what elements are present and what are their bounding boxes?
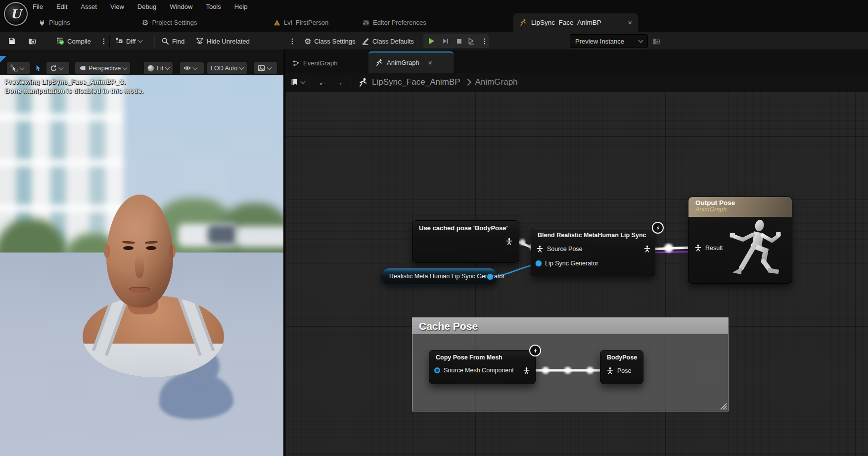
unreal-editor-window: U File Edit Asset View Debug Window Tool… — [0, 0, 868, 456]
compile-button[interactable]: Compile — [56, 32, 91, 50]
comment-resize-handle[interactable] — [720, 403, 727, 410]
tab-eventgraph-label: EventGraph — [303, 59, 337, 67]
pin-result[interactable]: Result — [694, 244, 723, 252]
menu-window[interactable]: Window — [170, 3, 192, 10]
compile-options-button[interactable]: ⋮ — [100, 32, 107, 50]
toolbar-separator — [417, 35, 417, 48]
object-pin-icon — [434, 367, 440, 373]
node-save-cached-pose-bodypose[interactable]: BodyPose Pose — [600, 350, 643, 384]
find-label: Find — [172, 38, 184, 45]
fast-path-badge — [652, 222, 664, 234]
find-button[interactable]: Find — [161, 32, 184, 50]
class-defaults-button[interactable]: Class Defaults — [362, 32, 414, 50]
menu-debug[interactable]: Debug — [137, 3, 156, 10]
screenshot-dropdown[interactable] — [254, 62, 277, 74]
pin-source-pose[interactable]: Source Pose — [536, 245, 583, 253]
node-blend-metahuman-lipsync[interactable]: Blend Realistic MetaHuman Lip Sync Sourc… — [531, 228, 655, 276]
diff-label: Diff — [126, 38, 136, 45]
unreal-logo-icon[interactable]: U — [4, 2, 28, 26]
node-lipsync-generator-variable[interactable]: Realistic Meta Human Lip Sync Generator — [381, 268, 498, 285]
graph-nav-bar: ← → LipSync_Face_AnimBP AnimGraph — [285, 73, 868, 92]
frame-skip-button[interactable] — [442, 32, 449, 50]
kebab-icon: ⋮ — [289, 37, 296, 45]
tab-project-settings[interactable]: ⚙ Project Settings — [142, 13, 197, 32]
menu-view[interactable]: View — [110, 3, 124, 10]
class-defaults-icon — [362, 37, 369, 45]
tab-animgraph[interactable]: AnimGraph × — [368, 51, 454, 73]
class-defaults-label: Class Defaults — [372, 38, 414, 45]
pin-pose-output[interactable] — [523, 367, 530, 374]
show-flags-dropdown[interactable] — [180, 62, 204, 74]
animgraph-canvas[interactable]: ← → LipSync_Face_AnimBP AnimGraph Cache … — [285, 73, 868, 456]
play-to-end-icon — [468, 38, 475, 45]
viewport-scene[interactable]: Previewing LipSync_Face_AnimBP_C. Bone m… — [0, 75, 283, 456]
pose-pin-icon — [694, 244, 702, 252]
rotate-icon — [50, 65, 57, 72]
nav-forward-button[interactable]: → — [334, 77, 344, 87]
object-pin-icon[interactable] — [487, 274, 493, 280]
select-tool-button[interactable] — [33, 62, 45, 74]
chevron-down-icon — [267, 65, 272, 70]
pin-source-mesh-component[interactable]: Source Mesh Component — [434, 367, 514, 374]
comment-title[interactable]: Cache Pose — [412, 318, 728, 334]
pin-label: Source Mesh Component — [444, 367, 514, 374]
viewport-overlay-line1: Previewing LipSync_Face_AnimBP_C. — [5, 78, 126, 86]
bookmarks-dropdown[interactable] — [291, 78, 305, 86]
chevron-down-icon — [239, 65, 244, 70]
browse-preview-button[interactable] — [652, 32, 661, 50]
play-button[interactable] — [427, 32, 435, 50]
pose-pin-icon — [643, 245, 651, 253]
node-title: BodyPose — [600, 351, 643, 363]
menu-asset[interactable]: Asset — [81, 3, 97, 10]
menu-tools[interactable]: Tools — [206, 3, 221, 10]
eventgraph-icon — [292, 60, 299, 67]
plug-icon — [39, 19, 46, 26]
breadcrumb-root[interactable]: LipSync_Face_AnimBP — [372, 77, 460, 87]
tab-animgraph-close-icon[interactable]: × — [428, 59, 432, 67]
node-use-cached-pose[interactable]: Use cached pose 'BodyPose' — [412, 220, 519, 263]
hide-unrelated-button[interactable]: Hide Unrelated — [196, 32, 250, 50]
save-button[interactable] — [8, 32, 16, 50]
nav-back-button[interactable]: ← — [318, 77, 328, 87]
preview-instance-dropdown[interactable]: Preview Instance — [570, 34, 648, 48]
tab-lipsync-face-animbp[interactable]: LipSync_Face_AnimBP × — [513, 13, 638, 32]
toolbar-separator — [154, 35, 154, 48]
lit-label: Lit — [157, 65, 163, 72]
menu-file[interactable]: File — [33, 3, 43, 10]
lightning-icon — [655, 225, 661, 231]
menu-help[interactable]: Help — [234, 3, 248, 10]
lod-dropdown[interactable]: LOD Auto — [207, 62, 247, 74]
pin-label: Result — [705, 245, 723, 252]
tab-level[interactable]: Lvl_FirstPerson — [274, 13, 328, 32]
node-copy-pose-from-mesh[interactable]: Copy Pose From Mesh Source Mesh Componen… — [429, 350, 536, 384]
transport-options-button[interactable]: ⋮ — [481, 32, 488, 50]
rotate-mode-dropdown[interactable] — [46, 62, 69, 74]
toolbar-separator — [47, 35, 47, 48]
lit-mode-dropdown[interactable]: Lit — [144, 62, 173, 74]
tab-close-icon[interactable]: × — [628, 18, 632, 27]
pin-pose-output[interactable] — [643, 245, 651, 253]
browse-button[interactable] — [28, 32, 37, 50]
play-to-end-button[interactable] — [468, 32, 475, 50]
tab-plugins[interactable]: Plugins — [39, 13, 70, 32]
play-icon — [427, 37, 435, 45]
viewport-focus-corner — [0, 56, 6, 62]
stop-icon — [456, 38, 462, 45]
diff-button[interactable]: Diff — [115, 32, 142, 50]
transform-mode-dropdown[interactable] — [7, 62, 30, 74]
hide-unrelated-options-button[interactable]: ⋮ — [289, 32, 296, 50]
node-output-pose[interactable]: Output Pose AnimGraph — [688, 197, 792, 284]
pin-pose-output[interactable] — [505, 238, 513, 245]
pin-pose-input[interactable]: Pose — [606, 367, 632, 374]
perspective-dropdown[interactable]: Perspective — [75, 62, 130, 74]
tab-editor-preferences[interactable]: Editor Preferences — [363, 13, 426, 32]
pin-lip-sync-generator[interactable]: Lip Sync Generator — [536, 260, 598, 267]
class-settings-button[interactable]: ⚙ Class Settings — [304, 32, 355, 50]
tab-eventgraph[interactable]: EventGraph — [285, 53, 344, 73]
save-icon — [8, 37, 16, 45]
stop-button[interactable] — [456, 32, 462, 50]
background-car — [208, 225, 237, 245]
chevron-down-icon — [59, 65, 64, 70]
menu-edit[interactable]: Edit — [56, 3, 67, 10]
gear-icon: ⚙ — [304, 37, 311, 46]
